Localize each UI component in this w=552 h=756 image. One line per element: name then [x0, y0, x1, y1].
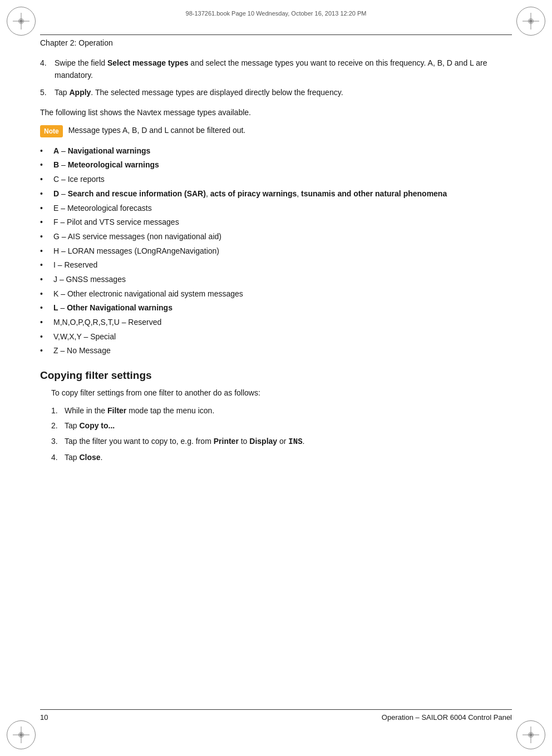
- item-text-i: I – Reserved: [53, 259, 512, 271]
- copy-step-1-num: 1.: [51, 405, 65, 417]
- compass-top-right: [516, 7, 545, 36]
- list-item-g: • G – AIS service messages (non navigati…: [40, 231, 512, 243]
- copy-step-2: 2. Tap Copy to...: [51, 420, 512, 432]
- copy-steps-list: 1. While in the Filter mode tap the menu…: [51, 405, 512, 464]
- copy-step-3-text: Tap the filter you want to copy to, e.g.…: [65, 436, 304, 448]
- list-item-i: • I – Reserved: [40, 259, 512, 271]
- note-label: Note: [40, 125, 63, 137]
- item-text-z: Z – No Message: [53, 345, 512, 357]
- copy-step-3-num: 3.: [51, 436, 65, 448]
- item-text-h: H – LORAN messages (LOngRAngeNavigation): [53, 245, 512, 258]
- footer: 10 Operation – SAILOR 6004 Control Panel: [40, 705, 512, 722]
- step-4-num: 4.: [40, 57, 55, 81]
- bullet-e: •: [40, 202, 51, 215]
- compass-dot-br: [529, 733, 533, 737]
- copy-section-heading: Copying filter settings: [40, 369, 512, 382]
- step-4-text: Swipe the field Select message types and…: [55, 57, 512, 81]
- copy-section-intro: To copy filter settings from one filter …: [51, 387, 512, 399]
- bullet-m: •: [40, 317, 51, 329]
- note-box: Note Message types A, B, D and L cannot …: [40, 125, 512, 137]
- item-text-e: E – Meteorological forecasts: [53, 202, 512, 215]
- bullet-h: •: [40, 245, 51, 258]
- bullet-a: •: [40, 145, 51, 157]
- chapter-title: Chapter 2: Operation: [40, 38, 512, 47]
- item-text-f: F – Pilot and VTS service messages: [53, 216, 512, 229]
- item-text-a: A – Navigational warnings: [53, 145, 512, 157]
- bullet-f: •: [40, 216, 51, 229]
- top-meta: 98-137261.book Page 10 Wednesday, Octobe…: [186, 10, 367, 17]
- copy-step-2-num: 2.: [51, 420, 65, 432]
- item-text-m: M,N,O,P,Q,R,S,T,U – Reserved: [53, 317, 512, 329]
- footer-page-number: 10: [40, 713, 48, 722]
- step-4: 4. Swipe the field Select message types …: [40, 57, 512, 81]
- step-5-num: 5.: [40, 87, 55, 99]
- bullet-l: •: [40, 302, 51, 314]
- list-intro: The following list shows the Navtex mess…: [40, 107, 512, 119]
- copy-step-1-text: While in the Filter mode tap the menu ic…: [65, 405, 214, 417]
- copy-step-1: 1. While in the Filter mode tap the menu…: [51, 405, 512, 417]
- content-area: Chapter 2: Operation 4. Swipe the field …: [40, 34, 512, 722]
- item-text-v: V,W,X,Y – Special: [53, 331, 512, 343]
- note-text: Message types A, B, D and L cannot be fi…: [68, 125, 246, 136]
- list-item-z: • Z – No Message: [40, 345, 512, 357]
- list-item-k: • K – Other electronic navigational aid …: [40, 288, 512, 300]
- copy-step-4: 4. Tap Close.: [51, 452, 512, 464]
- message-type-list: • A – Navigational warnings • B – Meteor…: [40, 145, 512, 357]
- compass-bottom-right: [516, 720, 545, 749]
- list-item-a: • A – Navigational warnings: [40, 145, 512, 157]
- bullet-k: •: [40, 288, 51, 300]
- list-item-l: • L – Other Navigational warnings: [40, 302, 512, 314]
- list-item-v: • V,W,X,Y – Special: [40, 331, 512, 343]
- list-item-f: • F – Pilot and VTS service messages: [40, 216, 512, 229]
- item-text-j: J – GNSS messages: [53, 274, 512, 286]
- bullet-c: •: [40, 174, 51, 186]
- bullet-j: •: [40, 274, 51, 286]
- page-container: 98-137261.book Page 10 Wednesday, Octobe…: [0, 0, 552, 756]
- list-item-b: • B – Meteorological warnings: [40, 159, 512, 171]
- item-text-g: G – AIS service messages (non navigation…: [53, 231, 512, 243]
- list-item-h: • H – LORAN messages (LOngRAngeNavigatio…: [40, 245, 512, 258]
- compass-bottom-left: [7, 720, 36, 749]
- list-item-e: • E – Meteorological forecasts: [40, 202, 512, 215]
- compass-dot-bl: [19, 733, 23, 737]
- bullet-i: •: [40, 259, 51, 271]
- copy-step-4-text: Tap Close.: [65, 452, 102, 464]
- list-item-d: • D – Search and rescue information (SAR…: [40, 188, 512, 200]
- footer-rule: [40, 709, 512, 710]
- bullet-v: •: [40, 331, 51, 343]
- bullet-z: •: [40, 345, 51, 357]
- compass-dot-tl: [19, 19, 23, 23]
- footer-product: Operation – SAILOR 6004 Control Panel: [382, 713, 512, 722]
- bullet-g: •: [40, 231, 51, 243]
- compass-top-left: [7, 7, 36, 36]
- header-rule: [40, 34, 512, 35]
- bullet-d: •: [40, 188, 51, 200]
- step-5-text: Tap Apply. The selected message types ar…: [55, 87, 343, 99]
- copy-step-2-text: Tap Copy to...: [65, 420, 115, 432]
- item-text-b: B – Meteorological warnings: [53, 159, 512, 171]
- list-item-c: • C – Ice reports: [40, 174, 512, 186]
- copy-step-3: 3. Tap the filter you want to copy to, e…: [51, 436, 512, 448]
- item-text-c: C – Ice reports: [53, 174, 512, 186]
- compass-dot-tr: [529, 19, 533, 23]
- item-text-l: L – Other Navigational warnings: [53, 302, 512, 314]
- footer-content: 10 Operation – SAILOR 6004 Control Panel: [40, 713, 512, 722]
- bullet-b: •: [40, 159, 51, 171]
- copy-step-4-num: 4.: [51, 452, 65, 464]
- item-text-d: D – Search and rescue information (SAR),…: [53, 188, 512, 200]
- item-text-k: K – Other electronic navigational aid sy…: [53, 288, 512, 300]
- step-5: 5. Tap Apply. The selected message types…: [40, 87, 512, 99]
- list-item-m: • M,N,O,P,Q,R,S,T,U – Reserved: [40, 317, 512, 329]
- list-item-j: • J – GNSS messages: [40, 274, 512, 286]
